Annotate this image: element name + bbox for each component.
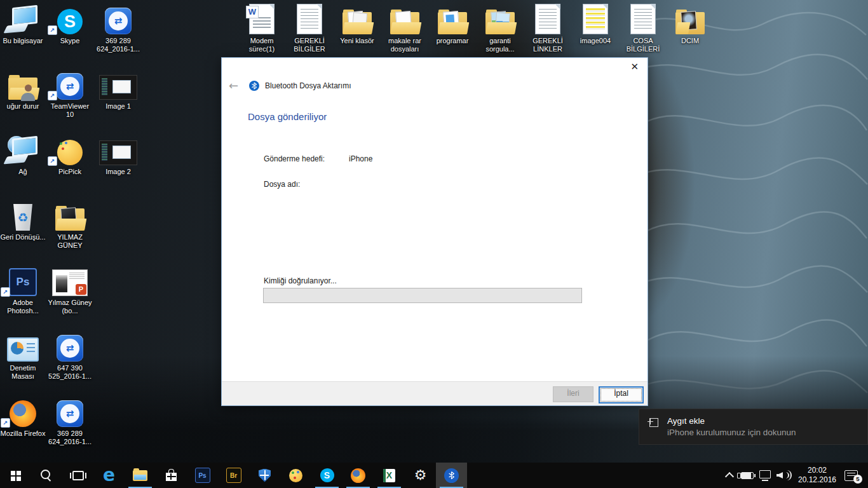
desktop-icon-label: DCIM: [667, 37, 713, 45]
folder-with-photo-open-icon: [667, 3, 713, 34]
add-device-toast[interactable]: Aygıt ekle iPhone kurulumunuz için dokun…: [639, 409, 868, 445]
picpick-icon: [47, 133, 93, 165]
desktop-icon-label: makale rar dosyaları: [382, 37, 428, 53]
highlighted-document-icon: [573, 3, 618, 34]
screenshot-thumbnail-icon: [95, 68, 141, 100]
desktop-icon-label: Bu bilgisayar: [0, 37, 46, 45]
desktop-icon-label: programar: [430, 37, 475, 45]
battery-icon[interactable]: [741, 472, 754, 479]
desktop-icon-yilmaz-guney-folder[interactable]: YILMAZ GÜNEY: [47, 199, 93, 250]
shortcut-arrow-icon: [48, 91, 57, 100]
desktop-icon-programar[interactable]: programar: [430, 3, 475, 45]
windows-logo-icon: [11, 471, 15, 475]
desktop-icon-label: Yılmaz Güney (bo...: [47, 299, 93, 315]
defender-button[interactable]: [249, 463, 280, 488]
desktop-icon-geri-donusum[interactable]: ♻ Geri Dönüşü...: [0, 199, 46, 241]
desktop-icon-image-1[interactable]: Image 1: [95, 68, 141, 111]
desktop-icon-modem-surec[interactable]: W Modem sürec(1): [239, 3, 285, 53]
desktop-icon-gerekli-bilgiler[interactable]: GEREKLİ BİLGİLER: [287, 3, 332, 53]
desktop-icon-label: 647 390 525_2016-1...: [47, 364, 93, 381]
show-hidden-icons-chevron[interactable]: [725, 472, 734, 481]
desktop-icon-ugur-durur[interactable]: uğur durur: [0, 68, 46, 111]
control-panel-icon: [0, 330, 46, 362]
desktop-icon-label: uğur durur: [0, 102, 46, 111]
desktop-icon-skype[interactable]: S Skype: [47, 3, 93, 45]
desktop-icon-makale-rar[interactable]: makale rar dosyaları: [382, 3, 428, 53]
desktop-icon-647-390-525[interactable]: ⇄ 647 390 525_2016-1...: [47, 330, 93, 381]
desktop-icon-label: Mozilla Firefox: [0, 430, 46, 438]
desktop-icon-gerekli-linkler[interactable]: GEREKLİ LİNKLER: [525, 3, 571, 53]
desktop-icon-label: 369 289 624_2016-1...: [47, 430, 93, 446]
desktop-icon-label: Yeni klasör: [334, 37, 380, 45]
desktop-icon-label: PicPick: [47, 168, 93, 176]
desktop-icon-label: Image 1: [95, 102, 141, 111]
desktop-icon-label: TeamViewer 10: [47, 102, 93, 119]
picpick-icon: [289, 469, 302, 482]
bridge-icon: Br: [226, 468, 241, 483]
recycle-bin-icon: ♻: [0, 199, 46, 231]
search-icon: [41, 470, 50, 479]
desktop-icon-cosa-bilgileri[interactable]: COSA BİLGİLERİ: [620, 3, 666, 53]
dialog-footer: İleri İptal: [222, 381, 648, 405]
desktop-icon-369-289-624-a[interactable]: ⇄ 369 289 624_2016-1...: [95, 3, 141, 53]
bluetooth-button[interactable]: [436, 463, 467, 488]
desktop-icon-369-289-624-b[interactable]: ⇄ 369 289 624_2016-1...: [47, 395, 93, 446]
dialog-close-button[interactable]: ✕: [630, 61, 639, 72]
folder-with-photo-icon: [47, 199, 93, 231]
cancel-button[interactable]: İptal: [599, 386, 644, 403]
add-device-icon: [649, 418, 658, 427]
back-arrow-button[interactable]: ←: [229, 81, 238, 91]
shortcut-arrow-icon: [48, 156, 57, 166]
desktop-icon-yilmaz-guney-ppt[interactable]: P Yılmaz Güney (bo...: [47, 264, 93, 315]
bridge-button[interactable]: Br: [218, 463, 249, 488]
desktop-icon-image-2[interactable]: Image 2: [95, 133, 141, 176]
picpick-button[interactable]: [280, 463, 311, 488]
desktop-icon-garanti-sorgula[interactable]: garanti sorgula...: [477, 3, 523, 53]
word-document-icon: W: [239, 3, 285, 34]
text-document-icon: [287, 3, 332, 34]
task-view-button[interactable]: [62, 463, 93, 488]
desktop-icon-label: Geri Dönüşü...: [0, 233, 46, 241]
search-button[interactable]: [31, 463, 62, 488]
desktop-icon-label: Ağ: [0, 168, 46, 176]
next-button[interactable]: İleri: [553, 386, 593, 402]
excel-button[interactable]: X: [374, 463, 405, 488]
shield-icon: [259, 469, 271, 482]
desktop-icon-adobe-photoshop[interactable]: Ps Adobe Photosh...: [0, 264, 46, 315]
desktop-icon-image004[interactable]: image004: [573, 3, 618, 45]
folder-with-program-icon: [430, 3, 475, 34]
file-explorer-button[interactable]: [125, 463, 156, 488]
desktop-icon-label: YILMAZ GÜNEY: [47, 233, 93, 250]
desktop-icon-bu-bilgisayar[interactable]: Bu bilgisayar: [0, 3, 46, 45]
volume-icon[interactable]: [776, 470, 790, 480]
screenshot-thumbnail-icon: [95, 133, 141, 165]
send-target-row: Gönderme hedefi: iPhone: [264, 154, 372, 163]
desktop-icon-denetim-masasi[interactable]: Denetim Masası: [0, 330, 46, 381]
desktop-icon-mozilla-firefox[interactable]: Mozilla Firefox: [0, 395, 46, 438]
desktop-icon-label: Adobe Photosh...: [0, 299, 46, 315]
edge-button[interactable]: e: [93, 463, 125, 488]
firefox-icon: [0, 395, 46, 427]
action-center-icon[interactable]: 5: [844, 470, 858, 481]
bluetooth-icon: [444, 468, 459, 483]
taskbar: e Ps Br S X ⚙ 20:02 20.12.2016 5: [0, 463, 868, 488]
dialog-title: Bluetooth Dosya Aktarımı: [265, 81, 351, 90]
desktop-icon-label: 369 289 624_2016-1...: [95, 37, 141, 53]
desktop-icon-picpick[interactable]: PicPick: [47, 133, 93, 176]
photoshop-button[interactable]: Ps: [187, 463, 218, 488]
desktop-icon-label: Image 2: [95, 168, 141, 176]
taskbar-clock[interactable]: 20:02 20.12.2016: [796, 466, 839, 485]
notification-count-badge: 5: [853, 475, 862, 484]
desktop-icon-dcim[interactable]: DCIM: [667, 3, 713, 45]
desktop-icon-teamviewer-10[interactable]: ⇄ TeamViewer 10: [47, 68, 93, 119]
photoshop-icon: Ps: [0, 264, 46, 296]
bluetooth-file-transfer-dialog: ✕ ← Bluetooth Dosya Aktarımı Dosya gönde…: [221, 57, 648, 406]
desktop-icon-yeni-klasor[interactable]: Yeni klasör: [334, 3, 380, 45]
start-button[interactable]: [0, 463, 31, 488]
settings-button[interactable]: ⚙: [405, 463, 436, 488]
desktop-icon-ag[interactable]: Ağ: [0, 133, 46, 176]
network-icon[interactable]: [759, 470, 771, 478]
store-button[interactable]: [156, 463, 187, 488]
firefox-button[interactable]: [342, 463, 374, 488]
skype-button[interactable]: S: [311, 463, 342, 488]
